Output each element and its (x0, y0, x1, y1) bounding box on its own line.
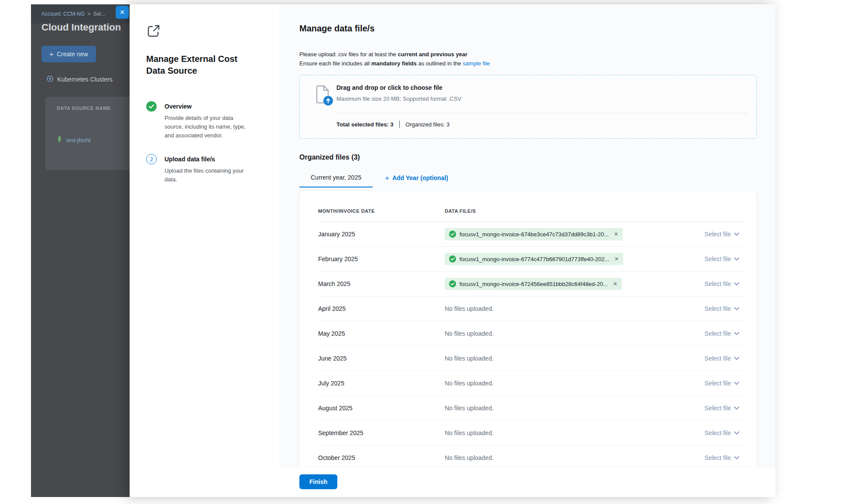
uploaded-file-chip: focusv1_mongo-invoice-674be3ce47c73d37dd… (445, 228, 623, 240)
file-cell: No files uploaded. (445, 429, 704, 436)
check-circle-icon (146, 101, 157, 112)
chevron-down-icon (734, 456, 739, 460)
breadcrumb-account-link[interactable]: Account: CCM-NG (41, 11, 85, 17)
add-year-button[interactable]: + Add Year (optional) (385, 168, 448, 187)
select-file-dropdown[interactable]: Select file (704, 231, 739, 238)
dropzone-subtitle: Maximum file size 20 MB; Supported forma… (336, 95, 461, 102)
wizard-title: Manage External Cost Data Source (146, 53, 247, 77)
file-totals: Total selected files: 3 Organized files:… (336, 121, 449, 128)
table-row: October 2025No files uploaded.Select fil… (318, 446, 745, 466)
chevron-down-icon (734, 431, 739, 435)
wizard-step-upload[interactable]: 2 Upload data file/s Upload the files co… (146, 154, 264, 184)
intro-line-2: Ensure each file includes all mandatory … (299, 59, 757, 68)
step-upload-description: Upload the files containing your data. (165, 167, 248, 184)
tab-current-year[interactable]: Current year, 2025 (299, 168, 373, 187)
files-table-card: MONTH/INVOICE DATE DATA FILE/S January 2… (299, 191, 757, 466)
no-files-text: No files uploaded. (445, 380, 494, 387)
select-file-dropdown[interactable]: Select file (704, 355, 739, 362)
intro-line-2-text: Ensure each file includes all (299, 60, 371, 67)
file-cell: No files uploaded. (445, 454, 704, 461)
file-cell: No files uploaded. (445, 330, 704, 337)
add-year-label: Add Year (optional) (392, 174, 448, 181)
month-label: August 2025 (318, 405, 445, 412)
table-row: April 2025No files uploaded.Select file (318, 296, 745, 321)
table-row: July 2025No files uploaded.Select file (318, 371, 745, 396)
chevron-down-icon (734, 307, 739, 310)
total-selected-files: Total selected files: 3 (336, 121, 394, 128)
select-file-dropdown[interactable]: Select file (704, 380, 739, 387)
footer: Finish (279, 466, 775, 497)
uploaded-file-chip: focusv1_mongo-invoice-672456ee851bbb28c6… (445, 278, 622, 290)
table-header: MONTH/INVOICE DATE DATA FILE/S (318, 191, 745, 222)
intro-line-1-text: Please upload .csv files for at least th… (299, 51, 398, 58)
column-header-data-source-name: DATA SOURCE NAME (57, 106, 111, 111)
intro-line-1-bold: current and previous year (398, 51, 467, 58)
select-file-label: Select file (704, 330, 731, 337)
close-button[interactable]: ✕ (116, 6, 129, 19)
step-number-badge: 2 (146, 154, 157, 164)
chevron-down-icon (734, 357, 739, 360)
intro-line-1: Please upload .csv files for at least th… (299, 50, 757, 59)
dropzone-title: Drag and drop or click to choose file (336, 84, 443, 91)
month-label: July 2025 (318, 380, 445, 387)
wizard-panel: Manage External Cost Data Source Overvie… (130, 4, 279, 497)
remove-file-icon[interactable]: ✕ (613, 281, 618, 287)
app-window: Account: CCM-NG > Set... Cloud Integrati… (31, 4, 775, 497)
data-source-link[interactable]: test-jbisht (66, 137, 91, 143)
file-upload-icon (314, 85, 334, 108)
month-label: May 2025 (318, 330, 445, 337)
select-file-dropdown[interactable]: Select file (704, 405, 739, 412)
tab-kubernetes-label: Kubernetes Clusters (57, 76, 113, 83)
select-file-label: Select file (704, 454, 731, 461)
tab-kubernetes-clusters[interactable]: Kubernetes Clusters (47, 75, 113, 83)
col-files-header: DATA FILE/S (445, 208, 476, 214)
kubernetes-icon (47, 75, 53, 83)
finish-button[interactable]: Finish (299, 474, 337, 489)
file-table-body: January 2025focusv1_mongo-invoice-674be3… (318, 222, 745, 466)
step-body: Upload data file/s Upload the files cont… (165, 154, 248, 184)
organized-files-heading: Organized files (3) (299, 153, 757, 162)
file-dropzone[interactable]: Drag and drop or click to choose file Ma… (299, 75, 757, 139)
select-file-dropdown[interactable]: Select file (704, 255, 739, 262)
step-body: Overview Provide details of your data so… (165, 101, 248, 140)
launch-icon (146, 32, 161, 40)
no-files-text: No files uploaded. (445, 429, 494, 436)
wizard-step-overview[interactable]: Overview Provide details of your data so… (146, 101, 264, 140)
col-month-header: MONTH/INVOICE DATE (318, 208, 445, 214)
file-cell: focusv1_mongo-invoice-674be3ce47c73d37dd… (445, 228, 704, 240)
no-files-text: No files uploaded. (445, 454, 494, 461)
chevron-down-icon (734, 332, 739, 335)
divider (336, 113, 748, 113)
wizard-steps: Overview Provide details of your data so… (146, 101, 264, 184)
mongodb-leaf-icon (57, 135, 62, 145)
select-file-label: Select file (704, 305, 731, 312)
intro-line-2-mid: as outlined in the (417, 60, 463, 67)
sample-file-link[interactable]: sample file (463, 60, 490, 67)
file-check-icon (449, 255, 456, 262)
select-file-label: Select file (704, 231, 731, 238)
year-tabs: Current year, 2025 + Add Year (optional) (299, 168, 757, 187)
select-file-dropdown[interactable]: Select file (704, 330, 739, 337)
plus-icon: + (385, 174, 389, 182)
intro-line-2-bold: mandatory fields (371, 60, 417, 67)
remove-file-icon[interactable]: ✕ (614, 231, 618, 237)
select-file-dropdown[interactable]: Select file (704, 429, 739, 436)
select-file-dropdown[interactable]: Select file (704, 280, 739, 287)
chevron-down-icon (734, 406, 739, 410)
main-panel: Manage data file/s Please upload .csv fi… (279, 4, 775, 466)
select-file-label: Select file (704, 255, 731, 262)
select-file-dropdown[interactable]: Select file (704, 305, 739, 312)
chevron-down-icon (734, 232, 739, 236)
file-cell: No files uploaded. (445, 305, 704, 312)
main-content: Manage data file/s Please upload .csv fi… (279, 4, 775, 497)
step-overview-label: Overview (165, 101, 248, 112)
month-label: October 2025 (318, 454, 445, 461)
remove-file-icon[interactable]: ✕ (614, 256, 619, 262)
create-new-label: Create new (57, 51, 88, 58)
create-new-button[interactable]: + Create new (41, 46, 96, 62)
uploaded-file-chip: focusv1_mongo-invoice-6774c477b667901d77… (445, 253, 623, 265)
table-row: September 2025No files uploaded.Select f… (318, 421, 745, 446)
select-file-dropdown[interactable]: Select file (704, 454, 739, 461)
no-files-text: No files uploaded. (445, 330, 494, 337)
file-cell: focusv1_mongo-invoice-672456ee851bbb28c6… (445, 278, 704, 290)
